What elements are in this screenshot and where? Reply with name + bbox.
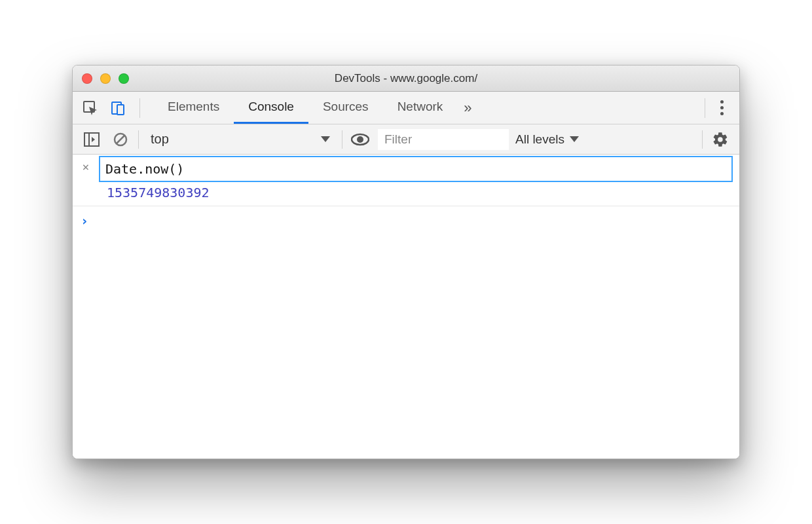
divider: [342, 130, 342, 149]
filter-input[interactable]: [378, 129, 509, 150]
divider: [702, 130, 703, 149]
entry-head: × Date.now(): [79, 156, 733, 182]
prompt-caret-icon: ›: [81, 213, 88, 229]
console-prompt-row[interactable]: ›: [73, 206, 739, 235]
title-bar: DevTools - www.google.com/: [73, 66, 739, 92]
console-toolbar: top All levels: [73, 124, 739, 155]
live-expression-icon[interactable]: [349, 128, 371, 151]
levels-label: All levels: [515, 132, 564, 147]
svg-line-6: [117, 136, 124, 143]
chevron-down-icon: [570, 136, 579, 142]
toggle-console-sidebar-icon[interactable]: [81, 128, 103, 151]
more-tabs-button[interactable]: »: [457, 92, 478, 124]
kebab-icon: [712, 100, 731, 115]
divider: [705, 98, 705, 118]
minimize-window-button[interactable]: [100, 73, 111, 84]
kebab-menu-button[interactable]: [710, 97, 733, 119]
live-expression-result: 1535749830392: [79, 182, 733, 200]
console-output: × Date.now() 1535749830392 ›: [73, 155, 739, 458]
tab-sources[interactable]: Sources: [308, 92, 383, 124]
tab-network[interactable]: Network: [383, 92, 458, 124]
tabstrip-left: [79, 97, 145, 119]
live-expression-entry: × Date.now() 1535749830392: [73, 155, 739, 206]
svg-point-8: [357, 136, 363, 143]
log-levels-selector[interactable]: All levels: [515, 132, 579, 147]
divider: [139, 98, 140, 118]
tabstrip-right: [699, 97, 733, 119]
tab-elements[interactable]: Elements: [153, 92, 234, 124]
devtools-window: DevTools - www.google.com/ Elements Cons…: [72, 65, 740, 459]
window-title: DevTools - www.google.com/: [335, 72, 477, 85]
toggle-device-toolbar-icon[interactable]: [107, 97, 129, 119]
devtools-tabstrip: Elements Console Sources Network »: [73, 92, 739, 124]
inspect-element-icon[interactable]: [79, 97, 101, 119]
live-expression-input[interactable]: Date.now(): [99, 156, 733, 182]
tab-console[interactable]: Console: [234, 92, 308, 124]
context-label: top: [151, 132, 169, 147]
clear-console-icon[interactable]: [109, 128, 132, 151]
divider: [138, 130, 139, 149]
console-settings-icon[interactable]: [709, 128, 731, 151]
chevron-down-icon: [321, 136, 330, 142]
svg-rect-2: [117, 105, 124, 115]
panel-tabs: Elements Console Sources Network »: [153, 92, 479, 124]
traffic-lights: [82, 73, 129, 84]
close-window-button[interactable]: [82, 73, 92, 84]
remove-expression-button[interactable]: ×: [79, 156, 92, 178]
maximize-window-button[interactable]: [119, 73, 129, 84]
execution-context-selector[interactable]: top: [145, 132, 335, 147]
